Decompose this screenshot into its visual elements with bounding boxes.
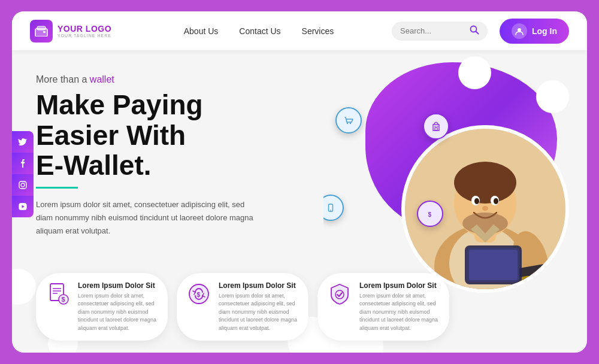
svg-point-39 (350, 123, 351, 124)
hero-subtitle: More than a wallet (36, 74, 563, 85)
feature-card-1: $ Lorem Ipsum Dolor Sit Lorem ipsum dolo… (36, 273, 168, 341)
svg-point-8 (25, 183, 26, 184)
svg-rect-6 (19, 181, 26, 189)
instagram-button[interactable] (12, 174, 34, 196)
hero-title-line1: Make Paying (36, 89, 203, 120)
feature-2-text: Lorem Ipsum Dolor Sit Lorem ipsum dolor … (219, 281, 299, 333)
svg-point-23 (454, 162, 516, 204)
svg-point-26 (474, 198, 479, 204)
navbar: YOUR LOGO YOUR TAGLINE HERE About Us Con… (12, 11, 587, 50)
search-icon (470, 25, 479, 37)
feature-3-text: Lorem Ipsum Dolor Sit Lorem ipsum dolor … (359, 281, 440, 333)
svg-text:$: $ (197, 292, 201, 298)
social-sidebar (12, 131, 34, 217)
feature-3-desc: Lorem ipsum dolor sit amet, consectetuer… (359, 292, 440, 333)
payment-float-icon: $ (417, 201, 443, 227)
svg-point-45 (325, 202, 337, 214)
content-wrapper: More than a wallet Make Paying Easier Wi… (12, 50, 587, 353)
phone-float-icon (323, 195, 344, 221)
feature-1-desc: Lorem ipsum dolor sit amet, consectetuer… (78, 292, 158, 333)
user-icon (512, 23, 527, 39)
feature-3-title: Lorem Ipsum Dolor Sit (359, 281, 440, 290)
feature-1-title: Lorem Ipsum Dolor Sit (78, 281, 158, 290)
cart-float-icon (335, 107, 362, 134)
svg-line-4 (476, 31, 479, 34)
feature-card-2: $ Lorem Ipsum Dolor Sit Lorem ipsum dolo… (177, 273, 308, 341)
main-card: YOUR LOGO YOUR TAGLINE HERE About Us Con… (12, 11, 587, 353)
logo-icon (30, 20, 53, 43)
hero-description: Lorem ipsum dolor sit amet, consectetuer… (36, 198, 258, 238)
svg-text:$: $ (428, 211, 432, 218)
nav-links: About Us Contact Us Services (138, 26, 380, 36)
feature-2-desc: Lorem ipsum dolor sit amet, consectetuer… (219, 292, 299, 333)
svg-point-29 (462, 213, 508, 234)
wallet-highlight: wallet (90, 74, 114, 84)
hero-section: More than a wallet Make Paying Easier Wi… (12, 50, 587, 353)
svg-text:$: $ (62, 296, 65, 303)
logo-text-area: YOUR LOGO YOUR TAGLINE HERE (58, 24, 111, 38)
svg-point-38 (347, 123, 348, 124)
nav-about-us[interactable]: About Us (184, 26, 219, 36)
svg-rect-2 (43, 31, 46, 33)
svg-point-47 (330, 210, 331, 211)
feature-1-icon-wrap: $ (46, 281, 71, 307)
svg-rect-43 (434, 126, 436, 127)
feature-1-text: Lorem Ipsum Dolor Sit Lorem ipsum dolor … (78, 281, 158, 333)
login-label: Log In (532, 26, 557, 36)
building-float-icon (423, 113, 449, 139)
svg-rect-44 (437, 126, 438, 127)
facebook-button[interactable] (12, 153, 34, 174)
login-button[interactable]: Log In (500, 19, 569, 44)
svg-point-27 (494, 198, 498, 204)
nav-services[interactable]: Services (302, 26, 334, 36)
nav-contact-us[interactable]: Contact Us (239, 26, 280, 36)
youtube-button[interactable] (12, 196, 34, 217)
feature-2-title: Lorem Ipsum Dolor Sit (219, 281, 299, 290)
hero-title-line3: E-Wallet. (36, 150, 152, 181)
svg-point-7 (21, 183, 25, 187)
svg-rect-1 (37, 26, 46, 30)
logo-area: YOUR LOGO YOUR TAGLINE HERE (30, 20, 126, 43)
hero-title-line2: Easier With (36, 120, 186, 151)
logo-title: YOUR LOGO (58, 24, 111, 34)
floating-icons: $ (323, 107, 443, 227)
search-input[interactable] (400, 26, 466, 35)
hero-underline (36, 187, 78, 189)
feature-3-icon-wrap (327, 281, 352, 307)
svg-point-5 (518, 28, 521, 32)
svg-rect-36 (469, 250, 518, 280)
feature-2-icon-wrap: $ (186, 281, 211, 307)
feature-card-3: Lorem Ipsum Dolor Sit Lorem ipsum dolor … (317, 273, 449, 341)
search-area (392, 22, 488, 41)
twitter-button[interactable] (12, 131, 34, 153)
logo-tagline: YOUR TAGLINE HERE (58, 34, 111, 38)
svg-point-28 (482, 206, 488, 211)
